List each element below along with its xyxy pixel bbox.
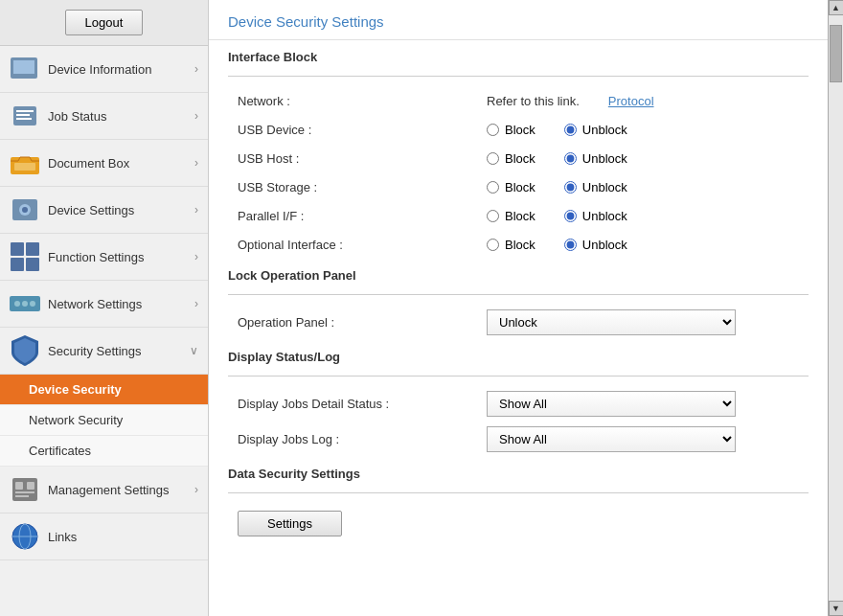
- usb-device-row: USB Device : Block Unblock: [228, 115, 809, 144]
- security-icon: [10, 335, 40, 366]
- usb-host-label: USB Host :: [238, 151, 487, 166]
- usb-storage-unblock-option[interactable]: Unblock: [564, 180, 627, 194]
- sidebar-item-document-box[interactable]: Document Box ›: [0, 140, 208, 187]
- sidebar-item-certificates[interactable]: Certificates: [0, 436, 208, 467]
- network-value: Refer to this link. Protocol: [487, 94, 799, 108]
- operation-panel-value: Unlock Lock: [487, 309, 799, 335]
- display-jobs-log-label: Display Jobs Log :: [238, 432, 487, 446]
- chevron-right-icon: ›: [194, 109, 198, 123]
- interface-block-section: Interface Block Network : Refer to this …: [228, 50, 809, 259]
- svg-rect-24: [15, 495, 29, 497]
- sidebar-item-job-status[interactable]: Job Status ›: [0, 93, 208, 140]
- sidebar-item-links[interactable]: Links: [0, 513, 208, 560]
- sidebar-item-security-settings[interactable]: Security Settings ∨: [0, 328, 208, 375]
- usb-host-unblock-radio[interactable]: [564, 152, 577, 165]
- optional-interface-block-option[interactable]: Block: [487, 238, 535, 252]
- parallel-if-row: Parallel I/F : Block Unblock: [228, 201, 809, 230]
- chevron-right-icon: ›: [194, 156, 198, 170]
- sidebar-item-device-information-label: Device Information: [48, 62, 194, 77]
- sidebar-item-function-settings[interactable]: Function Settings ›: [0, 234, 208, 281]
- usb-storage-block-option[interactable]: Block: [487, 180, 535, 194]
- lock-operation-panel-title: Lock Operation Panel: [228, 268, 809, 286]
- svg-point-19: [30, 301, 35, 307]
- scroll-down-button[interactable]: ▼: [829, 601, 844, 616]
- display-jobs-detail-status-value: Show All Hide All: [487, 391, 799, 417]
- dev-settings-icon: [10, 194, 40, 225]
- usb-host-block-option[interactable]: Block: [487, 151, 535, 166]
- parallel-if-block-radio[interactable]: [487, 210, 499, 222]
- usb-host-unblock-option[interactable]: Unblock: [564, 151, 627, 166]
- func-settings-icon: [10, 241, 40, 272]
- display-status-log-section: Display Status/Log Display Jobs Detail S…: [228, 350, 809, 457]
- display-jobs-log-row: Display Jobs Log : Show All Hide All: [228, 422, 809, 457]
- parallel-if-block-option[interactable]: Block: [487, 209, 535, 223]
- sidebar-item-device-security[interactable]: Device Security: [0, 375, 208, 405]
- usb-device-unblock-radio[interactable]: [564, 124, 577, 136]
- main-content: Device Security Settings Interface Block…: [209, 0, 828, 616]
- sidebar-item-management-settings-label: Management Settings: [48, 483, 194, 497]
- optional-interface-unblock-radio[interactable]: [564, 239, 577, 251]
- svg-rect-1: [13, 60, 34, 74]
- scroll-up-button[interactable]: ▲: [829, 0, 844, 15]
- sidebar-item-device-settings-label: Device Settings: [48, 203, 194, 217]
- chevron-right-icon: ›: [194, 297, 198, 310]
- usb-device-block-option[interactable]: Block: [487, 123, 535, 137]
- sidebar-item-function-settings-label: Function Settings: [48, 250, 194, 264]
- scroll-thumb[interactable]: [830, 25, 842, 82]
- display-jobs-log-select[interactable]: Show All Hide All: [487, 426, 736, 452]
- svg-rect-22: [27, 482, 34, 490]
- chevron-right-icon: ›: [194, 62, 198, 76]
- usb-host-row: USB Host : Block Unblock: [228, 144, 809, 172]
- usb-storage-block-radio[interactable]: [487, 181, 499, 194]
- sidebar-nav: Device Information › Job Status ›: [0, 46, 208, 616]
- svg-rect-6: [16, 118, 32, 120]
- svg-rect-21: [15, 482, 23, 490]
- content-body: Interface Block Network : Refer to this …: [209, 40, 828, 563]
- optional-interface-value: Block Unblock: [487, 238, 799, 252]
- parallel-if-unblock-option[interactable]: Unblock: [564, 209, 627, 223]
- usb-host-block-radio[interactable]: [487, 152, 499, 165]
- svg-rect-20: [12, 478, 37, 501]
- display-jobs-detail-status-select[interactable]: Show All Hide All: [487, 391, 736, 417]
- display-jobs-log-value: Show All Hide All: [487, 426, 799, 452]
- scroll-track: [829, 15, 843, 601]
- sidebar-item-device-settings[interactable]: Device Settings ›: [0, 187, 208, 234]
- sidebar-item-network-security[interactable]: Network Security: [0, 405, 208, 436]
- sidebar-item-job-status-label: Job Status: [48, 109, 194, 124]
- optional-interface-unblock-option[interactable]: Unblock: [564, 238, 627, 252]
- usb-device-label: USB Device :: [238, 123, 487, 137]
- sidebar-item-links-label: Links: [48, 530, 198, 544]
- svg-rect-12: [11, 242, 24, 256]
- parallel-if-unblock-radio[interactable]: [564, 210, 577, 222]
- svg-rect-5: [16, 114, 30, 116]
- chevron-right-icon: ›: [194, 203, 198, 217]
- network-icon: [10, 288, 40, 319]
- data-security-settings-button[interactable]: Settings: [238, 511, 342, 536]
- usb-storage-label: USB Storage :: [238, 180, 487, 194]
- usb-storage-unblock-radio[interactable]: [564, 181, 577, 194]
- usb-device-unblock-option[interactable]: Unblock: [564, 123, 627, 137]
- operation-panel-row: Operation Panel : Unlock Lock: [228, 305, 809, 340]
- logout-button[interactable]: Logout: [65, 10, 144, 35]
- parallel-if-label: Parallel I/F :: [238, 209, 487, 223]
- security-submenu: Device Security Network Security Certifi…: [0, 375, 208, 467]
- chevron-down-icon: ∨: [190, 344, 198, 357]
- protocol-link[interactable]: Protocol: [608, 94, 654, 108]
- sidebar-item-network-settings[interactable]: Network Settings ›: [0, 281, 208, 328]
- data-security-settings-title: Data Security Settings: [228, 467, 809, 485]
- operation-panel-select[interactable]: Unlock Lock: [487, 309, 736, 335]
- links-icon: [10, 521, 40, 552]
- svg-rect-15: [26, 258, 39, 271]
- sidebar-item-device-information[interactable]: Device Information ›: [0, 46, 208, 93]
- lock-operation-panel-section: Lock Operation Panel Operation Panel : U…: [228, 268, 809, 340]
- optional-interface-block-radio[interactable]: [487, 239, 499, 251]
- parallel-if-value: Block Unblock: [487, 209, 799, 223]
- sidebar-item-management-settings[interactable]: Management Settings ›: [0, 467, 208, 513]
- svg-rect-14: [11, 258, 24, 271]
- doc-box-icon: [10, 148, 40, 178]
- optional-interface-row: Optional Interface : Block Unblock: [228, 230, 809, 259]
- device-info-icon: [10, 54, 40, 84]
- usb-device-block-radio[interactable]: [487, 124, 499, 136]
- usb-storage-value: Block Unblock: [487, 180, 799, 194]
- svg-point-17: [14, 301, 20, 307]
